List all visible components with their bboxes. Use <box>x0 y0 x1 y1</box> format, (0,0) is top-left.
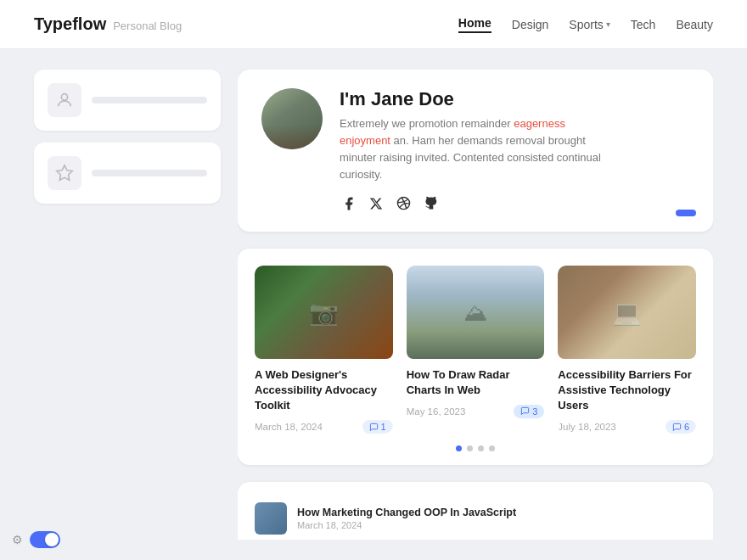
blog-card-image-2 <box>558 266 696 359</box>
social-icons <box>340 194 689 213</box>
blog-card-image-0 <box>255 266 393 359</box>
navbar: Typeflow Personal Blog Home Design Sport… <box>0 0 747 49</box>
blog-card-1[interactable]: How To Draw Radar Charts In Web May 16, … <box>407 266 545 434</box>
twitter-x-icon[interactable] <box>367 194 385 213</box>
dot-0[interactable] <box>456 445 462 451</box>
blog-card-2[interactable]: Accessibility Barriers For Assistive Tec… <box>558 266 696 434</box>
nav-home[interactable]: Home <box>458 16 491 33</box>
brand-logo: Typeflow <box>34 14 106 34</box>
blog-card-date-0: March 18, 2024 <box>255 422 323 432</box>
blog-cards-grid: A Web Designer's Accessibility Advocacy … <box>255 266 696 434</box>
laptop-image <box>558 266 696 359</box>
scroll-button[interactable] <box>676 210 696 216</box>
profile-info: I'm Jane Doe Extremely we promotion rema… <box>340 88 689 213</box>
star-icon <box>48 156 81 190</box>
github-icon[interactable] <box>421 194 440 213</box>
brand: Typeflow Personal Blog <box>34 14 182 34</box>
blog-card-footer-0: March 18, 2024 1 <box>255 420 393 434</box>
brand-tagline: Personal Blog <box>113 20 182 32</box>
blog-card-title-1: How To Draw Radar Charts In Web <box>407 367 545 398</box>
nav-sports[interactable]: Sports ▾ <box>569 18 609 31</box>
chevron-down-icon: ▾ <box>606 20 610 29</box>
blog-section: A Web Designer's Accessibility Advocacy … <box>238 249 713 466</box>
sidebar <box>34 70 221 540</box>
dot-3[interactable] <box>489 445 495 451</box>
nav-links: Home Design Sports ▾ Tech Beauty <box>458 16 713 33</box>
pagination-dots <box>255 445 696 451</box>
comment-badge-1: 3 <box>514 405 544 418</box>
blog-card-title-2: Accessibility Barriers For Assistive Tec… <box>558 367 696 414</box>
blog-card-date-2: July 18, 2023 <box>558 422 615 432</box>
nav-design[interactable]: Design <box>512 18 549 31</box>
dribbble-icon[interactable] <box>394 194 413 213</box>
recent-post-0[interactable]: How Marketing Changed OOP In JavaScript … <box>255 496 696 540</box>
post-date-0: March 18, 2024 <box>297 520 516 530</box>
blog-card-title-0: A Web Designer's Accessibility Advocacy … <box>255 367 393 414</box>
avatar-image <box>261 88 323 149</box>
profile-bio: Extremely we promotion remainder eagerne… <box>340 115 611 184</box>
blog-card-footer-2: July 18, 2023 6 <box>558 420 696 434</box>
bottom-toolbar: ⚙ <box>12 531 60 548</box>
post-thumb-0 <box>255 502 287 535</box>
dot-2[interactable] <box>478 445 484 451</box>
main-layout: I'm Jane Doe Extremely we promotion rema… <box>0 49 747 560</box>
main-content: I'm Jane Doe Extremely we promotion rema… <box>238 70 713 540</box>
facebook-icon[interactable] <box>340 194 358 213</box>
comment-badge-0: 1 <box>362 420 393 434</box>
svg-marker-1 <box>57 165 72 180</box>
sidebar-card-star <box>34 143 221 204</box>
svg-point-0 <box>61 94 67 100</box>
avatar <box>261 88 323 149</box>
sidebar-line <box>92 97 207 104</box>
photographer-image <box>255 266 393 359</box>
sidebar-card-profile <box>34 70 221 131</box>
blog-card-footer-1: May 16, 2023 3 <box>407 405 545 418</box>
blog-card-0[interactable]: A Web Designer's Accessibility Advocacy … <box>255 266 393 434</box>
post-info-0: How Marketing Changed OOP In JavaScript … <box>297 507 516 530</box>
profile-card: I'm Jane Doe Extremely we promotion rema… <box>238 70 713 232</box>
nav-tech[interactable]: Tech <box>631 18 656 31</box>
nav-beauty[interactable]: Beauty <box>676 18 713 31</box>
comment-badge-2: 6 <box>666 420 696 434</box>
profile-name: I'm Jane Doe <box>340 88 689 110</box>
recent-posts: How Marketing Changed OOP In JavaScript … <box>238 482 713 540</box>
mountain-image <box>407 266 545 359</box>
sidebar-line-2 <box>92 170 207 176</box>
theme-toggle[interactable] <box>30 531 60 548</box>
blog-card-date-1: May 16, 2023 <box>407 406 466 417</box>
toggle-knob <box>45 533 59 546</box>
settings-icon[interactable]: ⚙ <box>12 533 23 546</box>
person-icon <box>48 83 81 117</box>
dot-1[interactable] <box>467 445 473 451</box>
blog-card-image-1 <box>407 266 545 359</box>
post-title-0: How Marketing Changed OOP In JavaScript <box>297 507 516 518</box>
